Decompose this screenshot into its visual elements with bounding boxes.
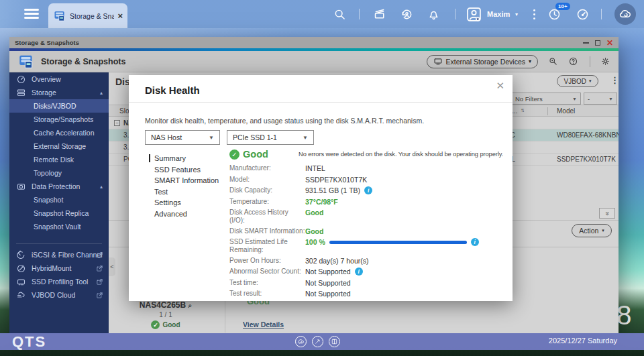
smart-search-icon[interactable] xyxy=(548,56,558,66)
dock-tools-icon[interactable] xyxy=(312,336,323,347)
sidebar-item-snapshot[interactable]: Snapshot xyxy=(9,193,109,206)
sidebar-item-data-protection[interactable]: Data Protection▴ xyxy=(9,180,109,193)
tab-close-icon[interactable]: × xyxy=(117,11,123,20)
myqnapcloud-icon[interactable] xyxy=(614,3,636,25)
user-menu-caret-icon[interactable]: ▾ xyxy=(515,11,518,17)
help-icon[interactable] xyxy=(568,56,578,66)
field-label: Disk SMART Information: xyxy=(229,227,305,235)
collapse-minus-icon[interactable]: − xyxy=(114,120,120,126)
sidebar-item-cache-acceleration[interactable]: Cache Acceleration xyxy=(9,126,109,139)
table-more-dots-icon[interactable]: ⋮ xyxy=(610,75,619,85)
sidebar-item-vjbod-cloud[interactable]: VJBOD Cloud xyxy=(9,288,109,302)
field-label: Test result: xyxy=(229,290,305,298)
filters-dropdown-2[interactable]: - ▼ xyxy=(584,93,617,105)
sidebar-item-snapshot-replica[interactable]: Snapshot Replica xyxy=(9,206,109,220)
field-label: Power On Hours: xyxy=(229,257,305,265)
info-icon[interactable]: i xyxy=(364,186,372,194)
sidebar-item-iscsi-fibre-channel[interactable]: iSCSI & Fibre Channel xyxy=(9,248,109,261)
more-options-dots-icon[interactable] xyxy=(527,7,542,22)
sidebar-item-disks-vjbod[interactable]: Disks/VJBOD xyxy=(9,99,109,113)
taskbar-tab-storage-snapshots[interactable]: Storage & Sna... × xyxy=(48,3,127,28)
minimize-icon[interactable] xyxy=(583,42,589,44)
sidebar-collapse-handle[interactable]: < xyxy=(109,257,115,276)
background-tasks-icon[interactable] xyxy=(373,7,388,22)
notifications-bell-icon[interactable] xyxy=(427,7,441,22)
host-select[interactable]: NAS Host ▼ xyxy=(145,130,220,145)
dialog-title: Disk Health xyxy=(145,84,200,96)
sidebar-item-storage-snapshots[interactable]: Storage/Snapshots xyxy=(9,113,109,126)
cell-model: SSDPE7KX010T7K xyxy=(557,156,616,163)
user-avatar-icon[interactable] xyxy=(466,6,480,21)
disk-health-dialog: Disk Health ✕ Monitor disk health, tempe… xyxy=(129,75,513,301)
view-details-link[interactable]: View Details xyxy=(243,320,284,329)
sidebar-item-storage[interactable]: Storage▴ xyxy=(9,86,109,99)
filters-dropdown[interactable]: No Filters ▼ xyxy=(511,93,581,105)
app-title: Storage & Snapshots xyxy=(41,57,421,66)
dock-panel-icon[interactable] xyxy=(329,336,340,347)
sidebar-item-topology[interactable]: Topology xyxy=(9,166,109,180)
dialog-close-icon[interactable]: ✕ xyxy=(496,80,504,91)
restore-icon[interactable] xyxy=(400,7,415,22)
enclosure-status: Good xyxy=(162,321,180,329)
field-row: Test result:Not Supported xyxy=(229,290,503,298)
info-icon[interactable]: i xyxy=(355,268,363,276)
disk-select[interactable]: PCIe SSD 1-1 ▼ xyxy=(227,130,314,145)
dialog-menu-item-advanced[interactable]: Advanced xyxy=(149,209,228,220)
field-value: Not Supported xyxy=(305,290,351,298)
taskbar-divider xyxy=(455,9,455,19)
magnifier-icon[interactable]: ⌕ xyxy=(189,302,193,309)
sort-icon[interactable]: ↑↓ xyxy=(521,107,523,113)
field-value: 37°C/98°F xyxy=(305,198,338,206)
sidebar-item-overview[interactable]: Overview xyxy=(9,72,109,86)
sidebar-item-label: External Storage xyxy=(34,142,86,150)
storage-stack-icon xyxy=(16,88,26,98)
sidebar-item-label: Snapshot Replica xyxy=(34,209,89,217)
action-button[interactable]: Action ▾ xyxy=(572,224,612,237)
search-icon[interactable] xyxy=(333,7,347,22)
field-row: Model:SSDPE7KX010T7K xyxy=(229,176,503,184)
dialog-menu-item-summary[interactable]: Summary xyxy=(149,153,228,164)
vjbod-button[interactable]: VJBOD ▾ xyxy=(557,75,598,87)
scroll-down-chevrons-icon[interactable]: » xyxy=(599,208,615,219)
dock-cloud-icon[interactable] xyxy=(295,336,307,347)
dialog-menu-item-test[interactable]: Test xyxy=(149,186,228,198)
field-row: SSD Estimated Life Remaining:100 %i xyxy=(229,238,503,253)
taskbar-divider xyxy=(359,9,360,19)
external-storage-devices-button[interactable]: External Storage Devices ▾ xyxy=(427,55,539,68)
dialog-menu-item-ssd-features[interactable]: SSD Features xyxy=(149,164,228,176)
dialog-menu-item-smart-information[interactable]: SMART Information xyxy=(149,175,228,186)
external-link-icon xyxy=(96,278,103,286)
sidebar-item-hybridmount[interactable]: HybridMount xyxy=(9,261,109,275)
window-titlebar[interactable]: Storage & Snapshots ✕ xyxy=(9,37,619,48)
column-model[interactable]: Model xyxy=(557,107,575,115)
qts-logo: QTS xyxy=(12,333,46,351)
caret-down-icon: ▼ xyxy=(296,135,308,141)
maximize-icon[interactable] xyxy=(595,40,600,46)
sidebar-item-external-storage[interactable]: External Storage xyxy=(9,139,109,153)
enclosure-summary[interactable]: NAS4C265B ⌕ 1 / 1 ✓ Good xyxy=(122,300,209,329)
settings-gear-icon[interactable] xyxy=(600,56,610,66)
field-row: Disk Capacity:931.51 GB (1 TB)i xyxy=(229,186,503,194)
sidebar-item-ssd-profiling-tool[interactable]: SSD Profiling Tool xyxy=(9,275,109,288)
sidebar-item-label: Remote Disk xyxy=(34,156,74,164)
external-link-icon xyxy=(96,265,103,272)
gauge-icon xyxy=(16,74,26,84)
field-value: 302 day(s) 7 hour(s) xyxy=(305,257,369,265)
resource-monitor-icon[interactable] xyxy=(576,7,590,22)
user-name[interactable]: Maxim xyxy=(487,10,510,18)
notification-count-badge: 10+ xyxy=(555,3,570,10)
main-menu-icon[interactable] xyxy=(24,9,39,19)
sidebar-item-remote-disk[interactable]: Remote Disk xyxy=(9,153,109,166)
field-label: Disk Capacity: xyxy=(229,186,305,194)
sidebar-item-snapshot-vault[interactable]: Snapshot Vault xyxy=(9,220,109,233)
taskbar-divider xyxy=(601,9,602,19)
chevron-up-icon[interactable]: ▴ xyxy=(100,90,103,96)
dialog-menu-item-settings[interactable]: Settings xyxy=(149,197,228,209)
external-link-icon xyxy=(96,292,103,299)
chevron-up-icon[interactable]: ▴ xyxy=(100,184,103,190)
info-icon[interactable]: i xyxy=(471,238,479,246)
close-icon[interactable]: ✕ xyxy=(606,39,613,47)
action-label: Action xyxy=(579,227,598,235)
field-row: Power On Hours:302 day(s) 7 hour(s) xyxy=(229,257,503,265)
check-circle-icon: ✓ xyxy=(151,320,160,329)
